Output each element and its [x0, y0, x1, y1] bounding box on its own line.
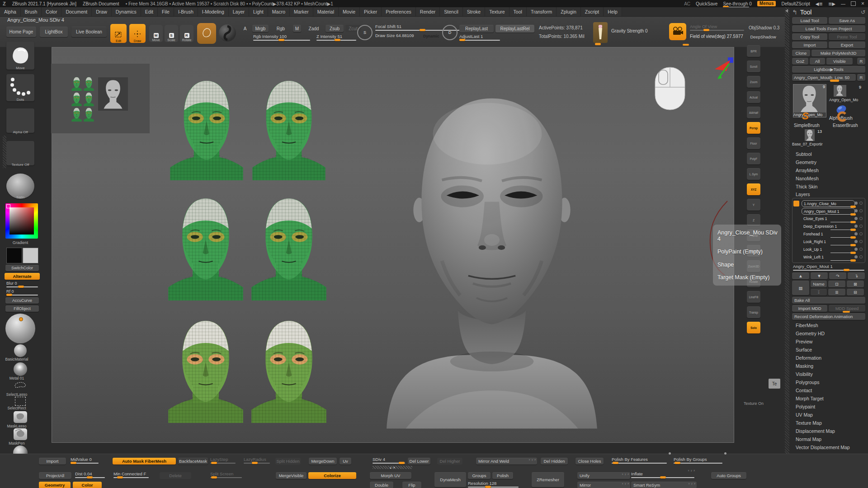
palette-back-icon[interactable]: ↰ [792, 9, 797, 16]
layer-eye-icon[interactable] [854, 248, 858, 251]
layer-name-button[interactable]: Name [811, 281, 827, 287]
texture-thumb[interactable] [6, 141, 34, 165]
mergevisible-button[interactable]: MergeVisible [276, 472, 307, 479]
alt-color-swatch[interactable] [23, 248, 38, 263]
layer-intensity-slider[interactable] [830, 222, 856, 222]
layer-eye-icon[interactable] [854, 202, 858, 205]
inflate-slider[interactable]: Inflatex y z [631, 471, 696, 478]
draw-mode-button[interactable]: Draw [129, 24, 146, 43]
layer-invert-button[interactable]: ⊟ [847, 289, 864, 296]
popup-item[interactable]: Shape [717, 262, 781, 268]
menu-item[interactable]: Document [61, 7, 92, 16]
geometry-toggle[interactable]: Geometry [39, 482, 71, 488]
double-button[interactable]: Double [370, 482, 393, 488]
layer-intensity-slider[interactable] [830, 245, 856, 245]
mask-pen-thumb[interactable] [14, 428, 27, 440]
left-tray-handle[interactable] [3, 136, 6, 168]
layer-intensity-main-slider[interactable]: Angry_Open_Mout 1 [793, 264, 866, 271]
tool-section-header[interactable]: Thick Skin [792, 183, 865, 191]
color-picker[interactable] [5, 203, 38, 239]
eraser-brush-thumb[interactable] [836, 111, 847, 122]
sdiv-step-slider[interactable]: ▲▼ [373, 466, 412, 469]
right-shelf-button[interactable]: Actual [747, 91, 760, 103]
rf-slider[interactable]: Rf 0 [6, 289, 38, 296]
alpha-thumb[interactable] [6, 108, 34, 133]
menu-item[interactable]: File [158, 7, 174, 16]
menu-item[interactable]: I-Modeling [198, 7, 229, 16]
tool-section-header[interactable]: Geometry [792, 158, 865, 166]
lazyradius-slider[interactable]: LazyRadius [244, 457, 270, 464]
tool-section-header[interactable]: Visibility [792, 370, 865, 378]
del-hidden-button[interactable]: Del Hidden [541, 458, 568, 465]
tool-section-header[interactable]: NanoMesh [792, 174, 865, 183]
menu-item[interactable]: Movie [339, 7, 360, 16]
layer-eye-icon[interactable] [854, 225, 858, 228]
menu-item[interactable]: Edit [141, 7, 158, 16]
dynamesh-button[interactable]: DynaMesh [434, 472, 466, 487]
menu-item[interactable]: Layer [229, 7, 249, 16]
layer-eye2-icon[interactable] [859, 232, 863, 235]
color-toggle[interactable]: Color [73, 482, 102, 488]
alternate-button[interactable]: Alternate [5, 273, 40, 280]
close-holes-button[interactable]: Close Holes [576, 458, 604, 465]
minimize-button[interactable]: — [841, 1, 845, 6]
layers-section-header[interactable]: Layers [792, 191, 865, 198]
metal-sphere[interactable] [14, 362, 27, 376]
mirror-button[interactable]: Mirrorx y z [577, 482, 630, 488]
tool-section-header[interactable]: Deformation [792, 354, 865, 362]
polish-by-features-slider[interactable]: Polish By Features [612, 457, 667, 464]
groups-button[interactable]: Groups [468, 472, 491, 479]
tool-thumb-active[interactable]: 9 Angry_Open_Mo [793, 84, 826, 117]
layer-redo-button[interactable]: ↷ [829, 272, 846, 279]
zsub-toggle[interactable]: Zsub [326, 25, 344, 32]
paste-tool-button[interactable]: Paste Tool [829, 33, 865, 40]
select-lasso-icon[interactable] [14, 381, 27, 393]
rgb-intensity-slider[interactable]: Rgb Intensity 100 [253, 34, 310, 41]
gravity-slider-handle[interactable] [595, 43, 601, 45]
menu-item[interactable]: Alpha [0, 7, 21, 16]
layer-down-button[interactable]: ▼ [811, 272, 828, 279]
tool-section-header[interactable]: Geometry HD [792, 329, 865, 338]
layer-row[interactable]: Wink_Left 1 [793, 253, 864, 261]
menu-item[interactable]: Transform [527, 7, 557, 16]
layer-row[interactable]: Close_Eyes 1 [793, 215, 864, 223]
stroke-selector[interactable] [197, 23, 216, 44]
layer-eye2-icon[interactable] [859, 209, 863, 212]
tool-section-header[interactable]: Texture Map [792, 419, 865, 427]
right-shelf-button[interactable]: BPR [747, 45, 760, 57]
menu-item[interactable]: Picker [360, 7, 382, 16]
layer-delete-button[interactable]: ⊠ [847, 281, 864, 287]
color-picker-sv[interactable] [9, 207, 34, 235]
accucurve-button[interactable]: AccuCurve [5, 297, 39, 304]
popup-item[interactable]: Angry_Close_Mou SDiv 4 [717, 230, 781, 242]
simple-brush-thumb[interactable]: S [802, 110, 809, 122]
auto-mask-fibermesh-button[interactable]: Auto Mask FiberMesh [113, 458, 176, 465]
home-page-button[interactable]: Home Page [6, 27, 36, 37]
base-head-thumb[interactable] [98, 77, 128, 111]
active-tool-slider[interactable]: Angry_Open_Mouth_Low. 50 [792, 74, 856, 81]
edit-mode-button[interactable]: Edit [110, 24, 127, 43]
right-shelf-button[interactable]: Solo [747, 322, 760, 333]
morph-thumb-grid[interactable] [71, 76, 95, 122]
select-rect-icon[interactable] [15, 397, 26, 406]
layer-intensity-slider[interactable] [830, 253, 856, 253]
polish-groups-toggle[interactable] [724, 452, 726, 455]
layer-row[interactable]: Deep_Expression 1 [793, 223, 864, 230]
layer-eye2-icon[interactable] [859, 225, 863, 228]
gravity-icon[interactable] [593, 22, 608, 43]
see-through-slider[interactable]: See-through 0 [723, 1, 751, 6]
shelf-slider-handle[interactable] [683, 44, 689, 46]
draw-size-slider[interactable]: Draw Size 64.88109 [375, 33, 414, 40]
right-shelf-button[interactable]: PolyF [747, 153, 760, 164]
menu-item[interactable]: Stroke [463, 7, 485, 16]
menu-item[interactable]: Color [42, 7, 61, 16]
tool-section-header[interactable]: Masking [792, 362, 865, 370]
record-deformation-button[interactable]: Record Deformation Animation [792, 313, 865, 320]
menu-item[interactable]: Stencil [440, 7, 463, 16]
menu-item[interactable]: Tool [509, 7, 527, 16]
palette-reset-icon[interactable]: ↺ [861, 9, 865, 15]
menu-item[interactable]: Texture [485, 7, 509, 16]
goz-all-button[interactable]: All [810, 58, 825, 65]
layer-eye2-icon[interactable] [859, 217, 863, 220]
goz-r-button[interactable]: R [857, 58, 865, 65]
